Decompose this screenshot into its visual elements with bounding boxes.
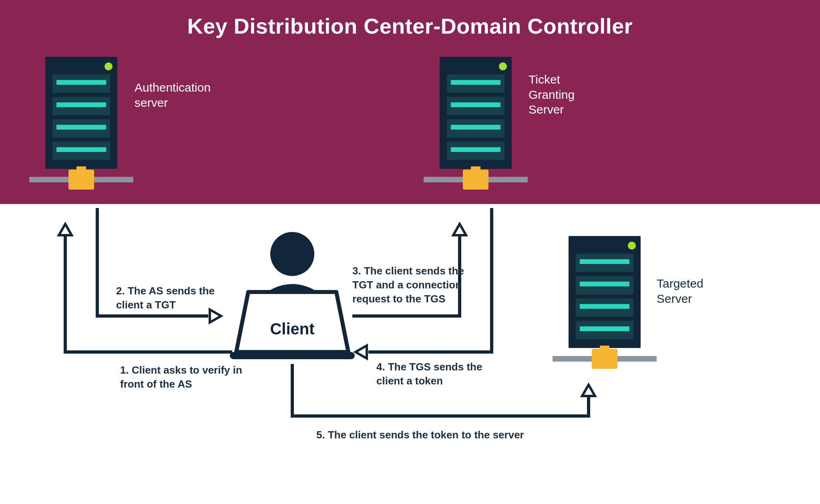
auth-server-label: Authentication server	[135, 80, 239, 110]
client-label: Client	[248, 320, 336, 338]
diagram-title: Key Distribution Center-Domain Controlle…	[0, 14, 820, 38]
step-1-text: 1. Client asks to verify in front of the…	[120, 363, 248, 391]
client-icon	[230, 232, 355, 359]
tgs-label: Ticket Granting Server	[529, 72, 609, 117]
step-5-text: 5. The client sends the token to the ser…	[316, 428, 557, 442]
targeted-server-label: Targeted Server	[657, 276, 737, 306]
targeted-server-icon	[553, 236, 657, 369]
step-4-text: 4. The TGS sends the client a token	[376, 360, 492, 388]
step-3-text: 3. The client sends the TGT and a connec…	[352, 264, 480, 306]
step-2-text: 2. The AS sends the client a TGT	[116, 284, 232, 312]
